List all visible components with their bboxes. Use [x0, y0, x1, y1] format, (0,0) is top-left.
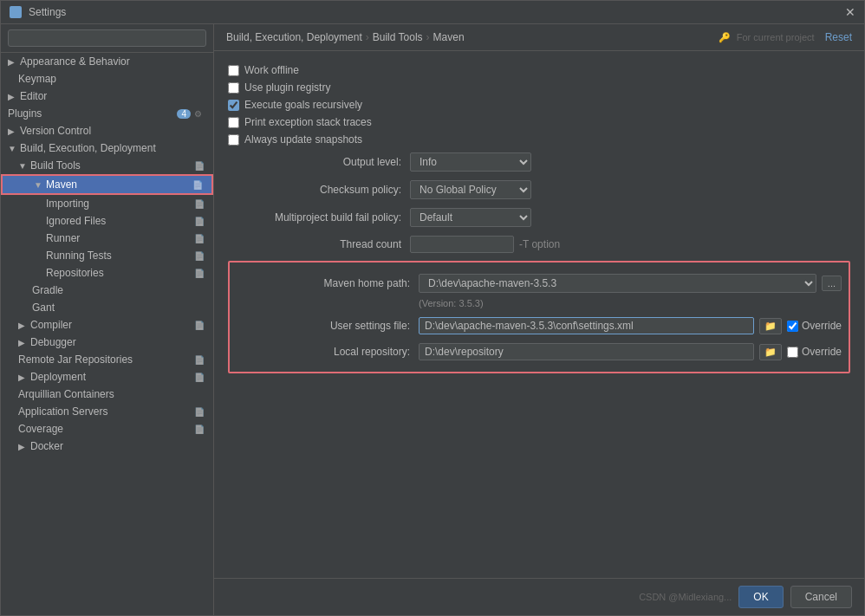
settings-icon: ⚙: [194, 107, 206, 120]
sidebar-item-gradle[interactable]: Gradle: [1, 282, 213, 299]
sidebar-item-remote-jar[interactable]: Remote Jar Repositories 📄: [1, 351, 213, 368]
execute-goals-label: Execute goals recursively: [244, 99, 362, 111]
app-icon: [10, 6, 22, 18]
expand-arrow: ▶: [18, 442, 27, 451]
sidebar-item-deployment[interactable]: ▶ Deployment 📄: [1, 368, 213, 386]
breadcrumb-sep: ›: [426, 31, 430, 43]
sidebar-item-label: Compiler: [30, 319, 72, 331]
expand-arrow: ▶: [18, 321, 27, 330]
sidebar-item-label: Debugger: [30, 336, 76, 348]
sidebar-item-label: Build, Execution, Deployment: [20, 142, 156, 154]
print-exception-checkbox[interactable]: [228, 117, 239, 128]
checksum-policy-select[interactable]: No Global Policy: [410, 180, 531, 199]
expand-arrow: ▼: [18, 161, 27, 171]
maven-home-browse-button[interactable]: ...: [822, 276, 842, 291]
cancel-button[interactable]: Cancel: [790, 586, 852, 608]
sidebar-item-running-tests[interactable]: Running Tests 📄: [1, 247, 213, 264]
execute-goals-row: Execute goals recursively: [228, 96, 850, 113]
t-option-label: -T option: [519, 238, 560, 250]
sidebar-item-label: Ignored Files: [46, 215, 106, 227]
execute-goals-checkbox[interactable]: [228, 100, 239, 111]
sidebar-item-label: Importing: [46, 198, 89, 210]
use-plugin-label: Use plugin registry: [244, 81, 330, 94]
watermark: CSDN @Midlexiang...: [639, 592, 732, 602]
sidebar-item-version-control[interactable]: ▶ Version Control: [1, 122, 213, 139]
sidebar-item-plugins[interactable]: Plugins 4 ⚙: [1, 105, 213, 122]
sidebar-item-build-exec[interactable]: ▼ Build, Execution, Deployment: [1, 139, 213, 157]
sidebar-item-keymap[interactable]: Keymap: [1, 70, 213, 88]
output-level-select[interactable]: Info: [410, 152, 531, 172]
sidebar-item-build-tools[interactable]: ▼ Build Tools 📄: [1, 157, 213, 174]
main-content: ▶ Appearance & Behavior Keymap ▶ Editor …: [1, 24, 864, 615]
breadcrumb-part-2: Build Tools: [373, 31, 423, 43]
user-settings-label: User settings file:: [237, 320, 410, 332]
local-repo-override-checkbox[interactable]: [787, 347, 798, 358]
maven-path-section: Maven home path: D:\dev\apache-maven-3.5…: [228, 261, 850, 373]
use-plugin-checkbox[interactable]: [228, 82, 239, 94]
work-offline-label: Work offline: [244, 64, 299, 76]
work-offline-checkbox[interactable]: [228, 65, 239, 76]
override-user-label: Override: [802, 320, 842, 332]
always-update-row: Always update snapshots: [228, 131, 850, 148]
sidebar-item-repositories[interactable]: Repositories 📄: [1, 264, 213, 282]
breadcrumb-bar: Build, Execution, Deployment › Build Too…: [214, 24, 864, 51]
page-icon: 📄: [194, 215, 206, 227]
local-repo-browse-button[interactable]: 📁: [759, 344, 782, 360]
sidebar-item-appearance[interactable]: ▶ Appearance & Behavior: [1, 53, 213, 70]
output-level-label: Output level:: [228, 156, 401, 168]
breadcrumb: Build, Execution, Deployment › Build Too…: [226, 31, 465, 43]
expand-arrow: ▶: [8, 126, 16, 136]
sidebar-item-label: Gradle: [32, 284, 63, 296]
override-local-label: Override: [802, 346, 842, 358]
sidebar-item-arquillian[interactable]: Arquillian Containers: [1, 386, 213, 403]
sidebar-item-editor[interactable]: ▶ Editor: [1, 88, 213, 105]
multiproject-policy-select[interactable]: Default: [410, 208, 531, 227]
breadcrumb-part-1: Build, Execution, Deployment: [226, 31, 362, 43]
always-update-checkbox[interactable]: [228, 134, 239, 146]
checksum-policy-row: Checksum policy: No Global Policy: [228, 176, 850, 204]
local-repo-input[interactable]: [419, 343, 754, 360]
user-settings-override: Override: [787, 320, 842, 332]
always-update-label: Always update snapshots: [244, 133, 362, 146]
close-button[interactable]: ✕: [845, 6, 855, 18]
page-icon: 📄: [194, 353, 206, 366]
user-settings-browse-button[interactable]: 📁: [759, 318, 782, 334]
maven-home-select[interactable]: D:\dev\apache-maven-3.5.3: [419, 274, 816, 293]
page-icon: 📄: [194, 232, 206, 244]
breadcrumb-part-3: Maven: [433, 31, 465, 43]
main-panel: Build, Execution, Deployment › Build Too…: [214, 24, 864, 615]
sidebar-item-label: Deployment: [30, 371, 86, 383]
expand-arrow: ▼: [8, 144, 16, 153]
page-icon: 📄: [192, 178, 205, 191]
page-icon: 📄: [194, 267, 206, 279]
sidebar-item-maven[interactable]: ▼ Maven 📄: [1, 174, 213, 195]
use-plugin-row: Use plugin registry: [228, 79, 850, 96]
sidebar-item-coverage[interactable]: Coverage 📄: [1, 420, 213, 438]
user-settings-input[interactable]: [419, 317, 754, 334]
bottom-bar: CSDN @Midlexiang... OK Cancel: [214, 578, 864, 615]
reset-link[interactable]: Reset: [825, 31, 852, 43]
sidebar-item-docker[interactable]: ▶ Docker: [1, 438, 213, 455]
ok-button[interactable]: OK: [738, 586, 783, 608]
sidebar-item-debugger[interactable]: ▶ Debugger: [1, 334, 213, 351]
local-repo-label: Local repository:: [237, 346, 410, 358]
sidebar-item-runner[interactable]: Runner 📄: [1, 230, 213, 247]
sidebar-item-app-servers[interactable]: Application Servers 📄: [1, 403, 213, 420]
checksum-policy-label: Checksum policy:: [228, 184, 401, 196]
user-settings-override-checkbox[interactable]: [787, 321, 798, 332]
sidebar-item-label: Docker: [30, 440, 63, 452]
search-input[interactable]: [8, 29, 206, 47]
settings-content: Work offline Use plugin registry Execute…: [214, 51, 864, 578]
expand-arrow: ▶: [8, 92, 16, 101]
search-box: [1, 24, 213, 53]
sidebar-item-label: Appearance & Behavior: [20, 55, 130, 68]
sidebar-item-ignored-files[interactable]: Ignored Files 📄: [1, 212, 213, 230]
local-repo-override: Override: [787, 346, 842, 358]
sidebar-item-gant[interactable]: Gant: [1, 299, 213, 316]
page-icon: 📄: [194, 159, 206, 172]
thread-count-input[interactable]: [410, 236, 514, 253]
page-icon: 📄: [194, 423, 206, 435]
sidebar-item-compiler[interactable]: ▶ Compiler 📄: [1, 316, 213, 334]
sidebar-item-importing[interactable]: Importing 📄: [1, 195, 213, 212]
breadcrumb-sep: ›: [366, 31, 369, 43]
